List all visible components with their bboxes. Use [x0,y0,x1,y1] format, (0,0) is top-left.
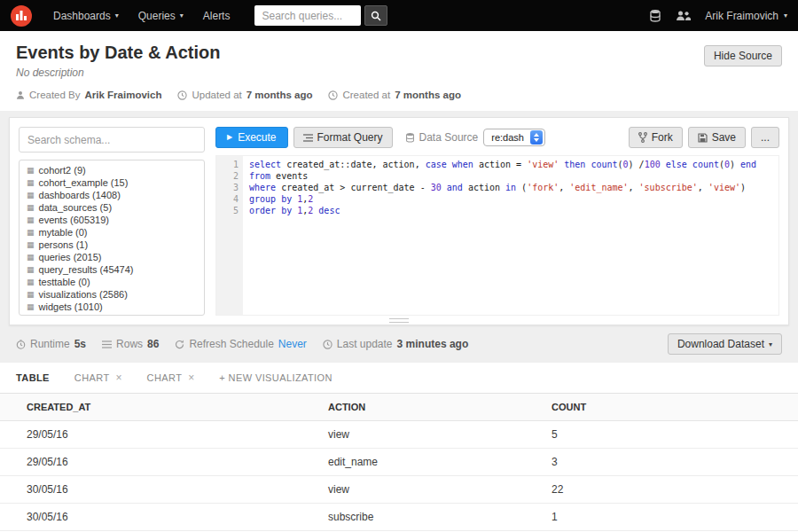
schema-table-label: cohort2 (9) [39,165,86,176]
user-groups-icon[interactable] [676,10,691,21]
search-button[interactable] [364,5,387,26]
schema-table-label: data_sources (5) [39,202,113,213]
format-icon [303,134,313,142]
schema-table-item[interactable]: ▦visualizations (2586) [20,288,204,301]
table-cell: 1 [543,504,798,531]
logo-bars-icon [16,11,27,20]
nav-alerts[interactable]: Alerts [194,10,239,22]
schema-table-item[interactable]: ▦queries (2015) [20,251,204,263]
runtime-status: Runtime 5s [16,338,86,350]
user-menu[interactable]: Arik Fraimovich ▾ [705,10,787,22]
schema-table-item[interactable]: ▦cohort_example (15) [20,176,204,189]
schema-table-item[interactable]: ▦testtable (0) [20,276,204,288]
refresh-schedule-status: Refresh Schedule Never [175,338,306,350]
execute-button[interactable]: ▶ Execute [215,127,288,148]
query-editor-section: ▦cohort2 (9)▦cohort_example (15)▦dashboa… [9,117,789,325]
line-numbers: 12345 [216,156,243,315]
table-cell: 29/05/16 [0,421,319,449]
rows-value: 86 [147,338,159,350]
column-header: CREATED_AT [0,394,319,421]
sql-editor[interactable]: 12345 select created_at::date, action, c… [215,155,779,316]
runtime-value: 5s [74,338,86,350]
query-meta: Created By Arik Fraimovich Updated at 7 … [16,90,782,100]
last-update-value: 3 minutes ago [397,338,469,350]
close-icon[interactable]: × [116,372,122,384]
nav-dashboards-label: Dashboards [53,10,111,22]
table-row: 29/05/16view5 [0,421,798,449]
clock-icon [328,90,338,100]
table-grid-icon: ▦ [27,241,35,249]
table-cell: 22 [543,476,798,504]
close-icon[interactable]: × [188,372,194,384]
more-options-button[interactable]: ... [751,127,779,148]
table-grid-icon: ▦ [27,291,35,299]
search-icon [371,11,381,21]
redash-logo[interactable] [11,5,32,27]
fork-button[interactable]: Fork [629,127,683,148]
table-cell: 29/05/16 [0,449,319,476]
tab-new-visualization[interactable]: + NEW VISUALIZATION [219,363,332,393]
navbar-search [254,5,387,26]
schema-search-input[interactable] [19,127,205,153]
table-body: 29/05/16view529/05/16edit_name330/05/16v… [0,421,798,531]
table-grid-icon: ▦ [27,167,35,175]
schema-table-item[interactable]: ▦widgets (1010) [20,301,204,313]
schema-table-label: widgets (1010) [39,301,103,312]
table-grid-icon: ▦ [27,229,35,237]
schema-table-item[interactable]: ▦events (605319) [20,214,204,226]
editor-resize-handle[interactable] [389,318,409,323]
hide-source-button[interactable]: Hide Source [704,45,782,66]
toolbar-right: Fork Save ... [629,127,779,148]
schema-table-item[interactable]: ▦cohort2 (9) [20,164,204,176]
table-grid-icon: ▦ [27,254,35,262]
tab-chart-2[interactable]: CHART × [147,363,195,393]
clock-icon [177,90,187,100]
rows-status: Rows 86 [102,338,159,350]
table-row: 30/05/16subscribe1 [0,504,798,531]
schema-table-list[interactable]: ▦cohort2 (9)▦cohort_example (15)▦dashboa… [19,160,205,316]
editor-pane: ▶ Execute Format Query [215,127,779,316]
schema-table-item[interactable]: ▦dashboards (1408) [20,189,204,201]
query-description: No description [16,66,782,79]
schema-table-item[interactable]: ▦mytable (0) [20,226,204,239]
data-sources-icon[interactable] [649,9,661,22]
datasource-label: Data Source [405,131,479,144]
column-header: ACTION [319,394,543,421]
schema-table-item[interactable]: ▦persons (1) [20,239,204,251]
chevron-down-icon: ▾ [115,12,119,20]
column-header: COUNT [543,394,798,421]
schema-table-item[interactable]: ▦query_results (45474) [20,263,204,276]
person-icon [16,90,25,99]
schema-table-label: events (605319) [39,215,110,225]
clock-icon [323,340,332,349]
refresh-schedule-link[interactable]: Never [278,338,307,350]
save-button[interactable]: Save [688,127,746,148]
table-grid-icon: ▦ [27,216,35,224]
tab-table[interactable]: TABLE [16,363,50,393]
page-title: Events by Date & Action [16,43,782,63]
format-query-button[interactable]: Format Query [293,127,393,148]
schema-table-label: testtable (0) [39,277,90,287]
user-name: Arik Fraimovich [705,10,778,22]
visualization-section: TABLE CHART × CHART × + NEW VISUALIZATIO… [0,363,798,532]
table-grid-icon: ▦ [27,179,35,187]
created-by-name: Arik Fraimovich [85,90,162,100]
nav-dashboards[interactable]: Dashboards ▾ [44,10,128,22]
database-icon [405,132,415,143]
schema-table-label: queries (2015) [39,252,102,262]
created-by: Created By Arik Fraimovich [16,90,161,100]
search-input[interactable] [254,5,361,26]
chevron-down-icon: ▾ [180,12,184,20]
tab-chart-1[interactable]: CHART × [74,363,122,393]
chevron-down-icon: ▾ [784,12,787,20]
nav-queries[interactable]: Queries ▾ [129,10,192,22]
query-status-bar: Runtime 5s Rows 86 Refresh Schedule Neve… [0,325,798,363]
schema-table-item[interactable]: ▦data_sources (5) [20,201,204,214]
select-arrows-icon [530,130,543,145]
datasource-select[interactable]: re:dash [483,129,545,146]
top-navbar: Dashboards ▾ Queries ▾ Alerts [0,0,798,31]
sql-code: select created_at::date, action, case wh… [243,156,778,315]
download-dataset-button[interactable]: Download Dataset ▾ [668,333,782,355]
last-update-status: Last update 3 minutes ago [323,338,468,350]
table-grid-icon: ▦ [27,278,35,286]
